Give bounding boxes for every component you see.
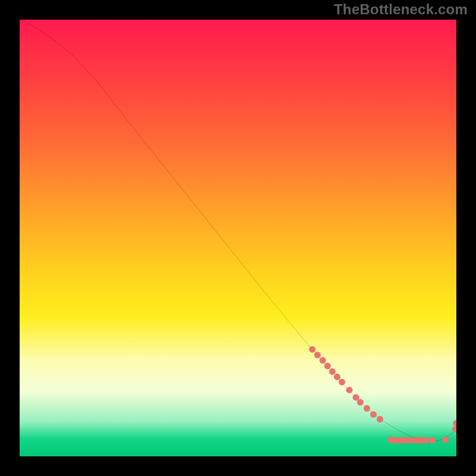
data-point	[334, 374, 340, 380]
chart-frame: TheBottleneck.com	[0, 0, 476, 476]
data-point	[364, 405, 370, 412]
data-point	[370, 411, 377, 418]
data-point	[453, 420, 456, 427]
data-point	[442, 437, 449, 443]
data-point	[324, 363, 331, 369]
data-point	[309, 346, 315, 353]
data-point	[429, 437, 436, 443]
data-point	[329, 368, 336, 375]
watermark-text: TheBottleneck.com	[334, 1, 468, 18]
data-point	[314, 352, 321, 358]
data-point	[377, 416, 383, 422]
data-point	[357, 399, 364, 405]
data-point	[339, 379, 345, 386]
bottleneck-curve	[20, 20, 456, 441]
data-points	[309, 346, 456, 444]
chart-svg	[20, 20, 456, 456]
data-point	[422, 437, 429, 443]
data-point	[452, 426, 456, 433]
data-point	[320, 357, 326, 364]
plot-area	[20, 20, 456, 456]
data-point	[346, 387, 353, 393]
